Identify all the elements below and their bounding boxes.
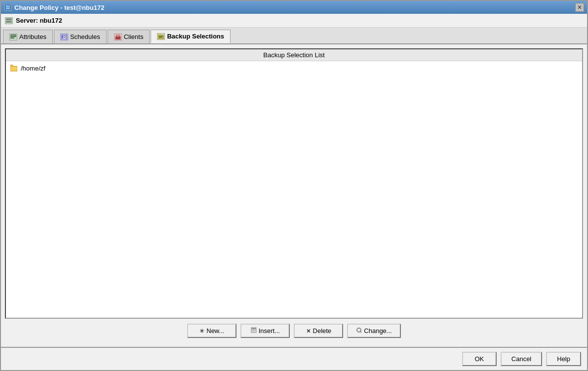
list-item-path: /home/zf [21,65,45,72]
attributes-tab-icon [9,34,17,40]
folder-icon [10,64,18,72]
svg-rect-10 [10,37,14,38]
bottom-bar: OK Cancel Help [1,347,587,370]
svg-rect-2 [8,5,10,7]
window-icon [4,3,12,11]
title-bar: Change Policy - test@nbu172 ✕ [1,1,587,14]
main-content: Backup Selection List /home/zf ✳ [1,44,587,347]
svg-rect-12 [62,36,63,37]
server-icon [5,17,13,24]
svg-rect-24 [10,65,13,67]
new-icon: ✳ [199,328,204,334]
server-label: Server: nbu172 [16,17,62,24]
schedules-tab-icon [60,34,68,40]
backup-tab-icon [157,33,165,40]
svg-rect-22 [159,37,162,37]
main-window: Change Policy - test@nbu172 ✕ Server: nb… [0,0,588,371]
server-bar: Server: nbu172 [1,14,587,28]
insert-button[interactable]: Insert... [240,324,290,338]
svg-rect-18 [117,36,119,37]
tab-schedules-label: Schedules [70,33,100,40]
window-title: Change Policy - test@nbu172 [14,4,104,11]
new-button-label: New... [206,327,224,334]
new-button[interactable]: ✳ New... [187,324,236,338]
svg-rect-9 [10,36,16,37]
svg-line-31 [360,331,361,333]
svg-rect-20 [158,34,160,36]
tab-backup-label: Backup Selections [167,33,224,40]
tab-attributes-label: Attributes [19,33,46,40]
tab-attributes[interactable]: Attributes [3,30,53,43]
change-button[interactable]: Change... [347,324,400,338]
backup-list-container: Backup Selection List /home/zf [5,48,583,319]
svg-rect-14 [62,37,63,38]
close-button[interactable]: ✕ [575,3,584,12]
tab-clients-label: Clients [124,33,144,40]
action-bar: ✳ New... Insert... ✕ Delete [5,319,583,343]
tabs-bar: Attributes Schedules [1,28,587,44]
cancel-button[interactable]: Cancel [501,352,542,366]
change-icon [356,327,362,334]
svg-rect-27 [252,328,256,329]
svg-rect-13 [64,36,66,36]
list-header: Backup Selection List [6,49,582,61]
help-button[interactable]: Help [546,352,581,366]
ok-button[interactable]: OK [462,352,497,366]
svg-rect-7 [10,21,11,22]
svg-rect-21 [159,36,163,37]
tab-backup-selections[interactable]: Backup Selections [151,30,231,43]
tab-clients[interactable]: Clients [108,30,150,43]
svg-rect-3 [6,7,10,9]
list-item[interactable]: /home/zf [8,63,580,73]
clients-tab-icon [114,34,122,40]
svg-rect-25 [11,67,17,71]
insert-icon [251,327,257,334]
delete-icon: ✕ [306,328,311,334]
svg-rect-6 [10,19,11,20]
insert-button-label: Insert... [259,327,280,334]
svg-rect-29 [252,331,255,331]
svg-rect-1 [6,5,8,7]
change-button-label: Change... [364,327,392,334]
delete-button-label: Delete [313,327,332,334]
tab-schedules[interactable]: Schedules [54,30,107,43]
delete-button[interactable]: ✕ Delete [294,324,343,338]
svg-rect-28 [252,330,256,330]
svg-rect-15 [64,37,66,37]
list-body[interactable]: /home/zf [6,61,582,318]
svg-rect-8 [10,35,16,36]
